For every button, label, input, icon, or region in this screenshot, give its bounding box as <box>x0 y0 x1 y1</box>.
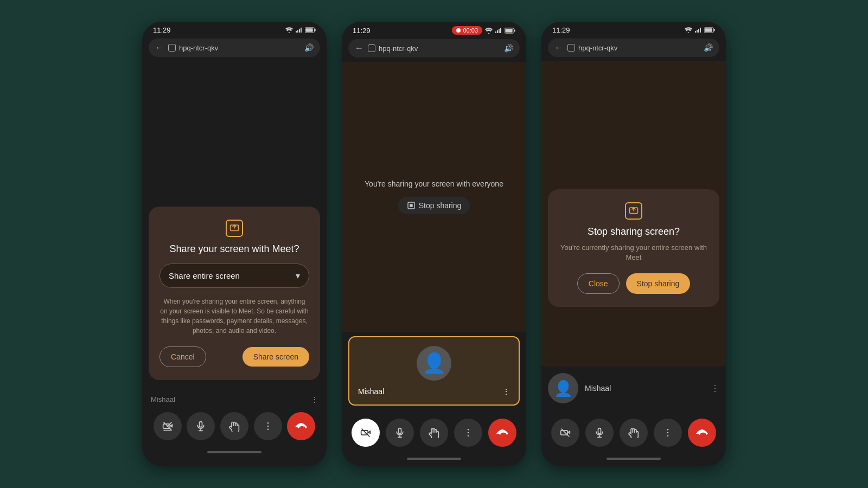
home-indicator-3 <box>607 458 661 460</box>
svg-point-38 <box>667 432 669 434</box>
svg-rect-36 <box>598 428 601 434</box>
hand-button-1[interactable] <box>220 412 248 440</box>
volume-button-2[interactable]: 🔊 <box>504 44 513 53</box>
address-text-3: hpq-ntcr-qkv <box>578 44 617 52</box>
home-indicator-2 <box>407 458 461 460</box>
svg-rect-16 <box>500 28 501 33</box>
hand-icon-2 <box>429 427 439 438</box>
status-bar-1: 11:29 <box>142 22 327 36</box>
signal-icon-2 <box>495 28 502 34</box>
camera-button-1[interactable] <box>154 412 182 440</box>
mic-icon-2 <box>394 427 405 438</box>
stop-dialog-description: You're currently sharing your entire scr… <box>559 243 709 262</box>
share-type-dropdown[interactable]: Share entire screen ▾ <box>159 264 309 288</box>
more-options-icon-1[interactable]: ⋮ <box>311 395 318 403</box>
more-button-1[interactable] <box>254 412 282 440</box>
svg-rect-0 <box>296 31 297 33</box>
signal-icon <box>296 27 302 33</box>
stop-sharing-label: Stop sharing <box>419 201 462 210</box>
status-icons-3 <box>685 27 715 33</box>
dialog-title: Share your screen with Meet? <box>159 243 309 255</box>
wifi-icon-3 <box>685 27 692 33</box>
wifi-icon-2 <box>485 28 493 34</box>
camera-button-3[interactable] <box>551 419 579 447</box>
wifi-icon <box>285 27 293 33</box>
volume-button-3[interactable]: 🔊 <box>704 43 713 52</box>
camera-off-icon <box>162 421 173 432</box>
cancel-button[interactable]: Cancel <box>159 346 206 367</box>
phones-container: 11:29 ← <box>142 22 726 466</box>
svg-rect-27 <box>695 31 696 33</box>
svg-point-11 <box>267 426 269 427</box>
back-button-1[interactable]: ← <box>155 43 164 53</box>
recording-time: 00:03 <box>463 27 478 34</box>
svg-point-10 <box>267 422 269 424</box>
phone-3: 11:29 ← <box>541 22 726 466</box>
participant-row-3: 👤 Mishaal ⋮ <box>541 367 726 410</box>
phone-2: 11:29 00:03 <box>342 22 526 466</box>
stop-sharing-dialog-button[interactable]: Stop sharing <box>626 273 691 294</box>
svg-rect-30 <box>700 28 701 33</box>
dialog-actions: Cancel Share screen <box>159 346 309 367</box>
camera-off-icon-3 <box>560 427 571 438</box>
stop-upload-icon <box>625 202 642 220</box>
screen-share-icon-3 <box>629 206 639 216</box>
end-call-button-1[interactable] <box>287 412 315 440</box>
recording-dot <box>456 28 461 33</box>
phone1-content: Share your screen with Meet? Share entir… <box>142 61 327 466</box>
more-icon-2 <box>463 427 474 438</box>
address-bar-1: ← hpq-ntcr-qkv 🔊 <box>149 38 320 57</box>
share-screen-button[interactable]: Share screen <box>242 347 309 367</box>
end-call-button-2[interactable] <box>488 419 516 447</box>
stop-sharing-button[interactable]: Stop sharing <box>398 197 470 214</box>
sharing-screen-area: You're sharing your screen with everyone… <box>342 62 526 332</box>
mic-button-3[interactable] <box>585 419 614 447</box>
svg-rect-18 <box>514 29 515 31</box>
status-icons-2: 00:03 <box>452 26 515 35</box>
hand-button-3[interactable] <box>620 419 648 447</box>
status-bar-3: 11:29 <box>541 22 726 36</box>
camera-button-2[interactable] <box>352 419 380 447</box>
more-button-2[interactable] <box>454 419 482 447</box>
participant-more-icon-2[interactable]: ⋮ <box>502 387 510 396</box>
svg-rect-28 <box>697 30 698 33</box>
svg-rect-23 <box>398 428 401 434</box>
call-controls-2 <box>348 414 520 455</box>
address-bar-3: ← hpq-ntcr-qkv 🔊 <box>548 38 719 57</box>
close-button[interactable]: Close <box>577 273 620 294</box>
phone-1: 11:29 ← <box>142 22 327 466</box>
end-call-button-3[interactable] <box>688 419 716 447</box>
stop-icon <box>407 201 416 210</box>
call-controls-3 <box>548 414 719 455</box>
svg-point-37 <box>667 429 669 431</box>
status-time-1: 11:29 <box>153 26 171 34</box>
address-text-2: hpq-ntcr-qkv <box>379 44 418 53</box>
tab-icon-1 <box>168 44 176 52</box>
svg-rect-29 <box>698 29 699 33</box>
mic-icon-1 <box>195 421 206 432</box>
svg-point-25 <box>468 432 469 434</box>
mic-icon-3 <box>594 427 605 438</box>
mic-button-2[interactable] <box>386 419 414 447</box>
stop-dialog-actions: Close Stop sharing <box>559 273 709 294</box>
participant-card-2: 👤 Mishaal ⋮ <box>348 336 520 406</box>
status-time-3: 11:29 <box>552 26 570 34</box>
volume-button-1[interactable]: 🔊 <box>304 43 314 52</box>
address-bar-2: ← hpq-ntcr-qkv 🔊 <box>348 39 520 57</box>
stop-dialog-icon <box>559 202 709 220</box>
back-button-2[interactable]: ← <box>355 43 363 53</box>
back-button-3[interactable]: ← <box>554 43 563 53</box>
phone2-controls <box>342 410 526 466</box>
svg-rect-19 <box>505 29 512 33</box>
participant-more-icon-3[interactable]: ⋮ <box>711 383 719 394</box>
participant-name-3: Mishaal <box>585 384 611 393</box>
participant-name-row-2: Mishaal ⋮ <box>358 387 510 396</box>
tab-icon-2 <box>368 44 375 52</box>
sharing-status-text: You're sharing your screen with everyone <box>365 179 503 188</box>
more-button-3[interactable] <box>654 419 682 447</box>
svg-rect-3 <box>301 28 302 33</box>
hand-button-2[interactable] <box>420 419 448 447</box>
mic-button-1[interactable] <box>187 412 215 440</box>
phone3-content: Stop sharing screen? You're currently sh… <box>541 61 726 466</box>
hand-icon-1 <box>229 421 240 432</box>
